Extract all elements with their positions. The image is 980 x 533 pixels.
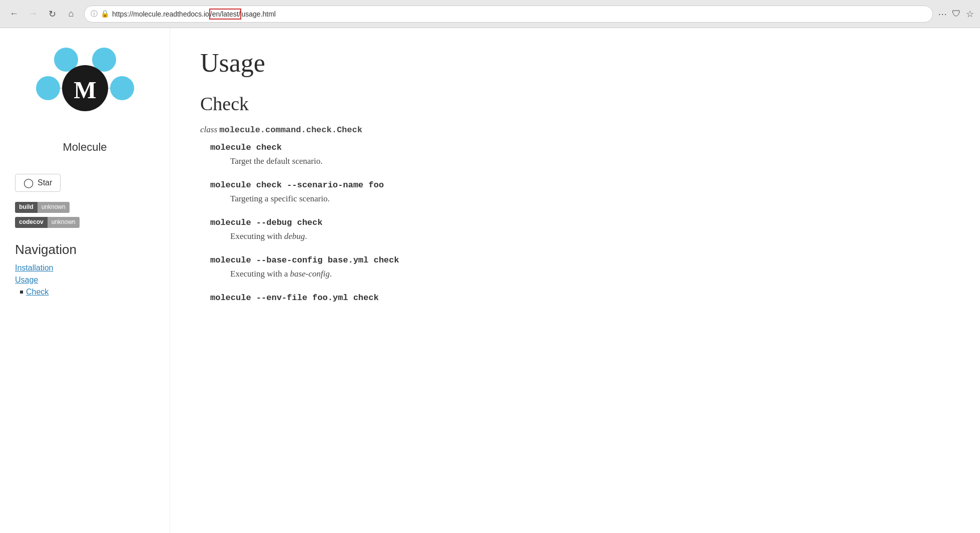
code-molecule-5: molecule --env-file foo.yml check — [210, 293, 379, 303]
codecov-badge-left: codecov — [15, 217, 48, 228]
shield-icon[interactable]: 🛡 — [952, 9, 961, 19]
class-declaration: class molecule.command.check.Check — [200, 125, 950, 135]
address-bar[interactable]: ⓘ 🔒 https://molecule.readthedocs.io/en/l… — [84, 6, 933, 23]
github-icon: ◯ — [24, 177, 34, 188]
molecule-name-label: Molecule — [63, 141, 107, 154]
back-button[interactable]: ← — [6, 6, 22, 22]
url-highlight: /en/latest/ — [209, 9, 242, 20]
class-keyword: class — [200, 125, 217, 134]
build-badge-left: build — [15, 202, 38, 213]
nav-buttons: ← → ↻ ⌂ — [6, 6, 79, 22]
section-title-check: Check — [200, 93, 950, 115]
lock-icon: 🔒 — [101, 10, 109, 18]
code-block-1: molecule check — [210, 143, 950, 152]
code-molecule-3: molecule --debug check — [210, 218, 322, 227]
description-4: Executing with a base-config. — [230, 269, 950, 279]
code-block-3: molecule --debug check — [210, 218, 950, 227]
nav-link-usage[interactable]: Usage — [15, 276, 155, 285]
url-text: https://molecule.readthedocs.io/en/lates… — [112, 10, 926, 18]
code-block-2: molecule check --scenario-name foo — [210, 180, 950, 190]
star-button[interactable]: ◯ Star — [15, 174, 61, 192]
description-3: Executing with debug. — [230, 231, 950, 241]
page-content: M Molecule ◯ Star build unknown codecov … — [0, 28, 980, 533]
nav-link-installation[interactable]: Installation — [15, 263, 155, 273]
build-badge-row: build unknown — [15, 202, 70, 213]
nav-sub-check: Check — [20, 288, 155, 297]
url-prefix: https://molecule.readthedocs.io — [112, 10, 209, 18]
bookmark-icon[interactable]: ☆ — [966, 9, 974, 20]
description-2: Targeting a specific scenario. — [230, 194, 950, 204]
url-suffix: usage.html — [241, 10, 275, 18]
svg-point-7 — [110, 76, 134, 100]
code-molecule-4: molecule --base-config base.yml check — [210, 255, 399, 265]
codecov-badge-row: codecov unknown — [15, 217, 80, 228]
browser-chrome: ← → ↻ ⌂ ⓘ 🔒 https://molecule.readthedocs… — [0, 0, 980, 28]
code-block-5: molecule --env-file foo.yml check — [210, 293, 950, 303]
reload-button[interactable]: ↻ — [44, 6, 60, 22]
code-molecule-1: molecule check — [210, 143, 282, 152]
molecule-logo: M Molecule — [15, 43, 155, 154]
navigation-section: Navigation Installation Usage Check — [15, 242, 155, 299]
code-block-4: molecule --base-config base.yml check — [210, 255, 950, 265]
code-molecule-2: molecule check --scenario-name foo — [210, 180, 384, 190]
browser-actions: ⋯ 🛡 ☆ — [938, 9, 974, 20]
navigation-title: Navigation — [15, 242, 155, 257]
molecule-diagram: M — [35, 43, 135, 133]
build-badge: build unknown — [15, 202, 70, 213]
svg-text:M: M — [74, 77, 96, 103]
main-content: Usage Check class molecule.command.check… — [170, 28, 980, 533]
codecov-badge: codecov unknown — [15, 217, 80, 228]
info-icon: ⓘ — [91, 10, 98, 19]
forward-button[interactable]: → — [25, 6, 41, 22]
class-name: molecule.command.check.Check — [219, 125, 362, 135]
description-1: Target the default scenario. — [230, 156, 950, 166]
nav-bullet — [20, 291, 23, 294]
build-badge-right: unknown — [38, 202, 70, 213]
sidebar: M Molecule ◯ Star build unknown codecov … — [0, 28, 170, 533]
molecule-svg: M — [35, 43, 135, 133]
page-title: Usage — [200, 48, 950, 78]
codecov-badge-right: unknown — [48, 217, 80, 228]
star-label: Star — [38, 178, 52, 187]
menu-icon[interactable]: ⋯ — [938, 9, 947, 20]
nav-sub-link-check[interactable]: Check — [26, 288, 49, 297]
svg-point-6 — [36, 76, 60, 100]
home-button[interactable]: ⌂ — [63, 6, 79, 22]
